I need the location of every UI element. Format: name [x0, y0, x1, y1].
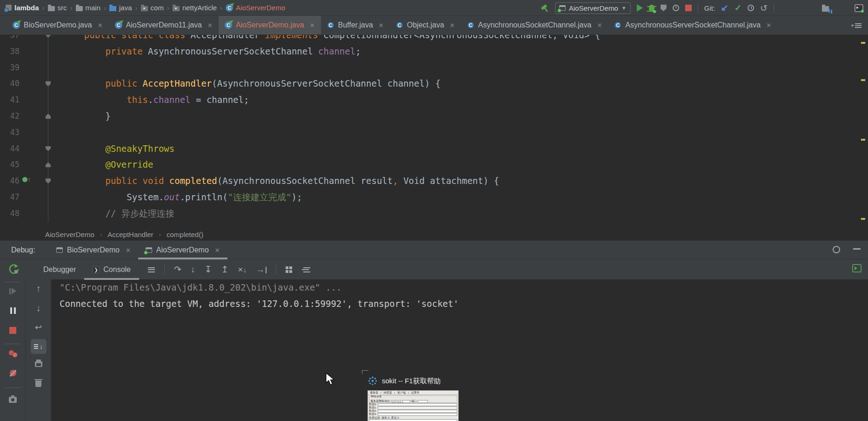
gear-icon[interactable] [833, 246, 840, 253]
view-tab-console[interactable]: ❯Console [84, 259, 139, 280]
fold-close-icon[interactable] [46, 114, 51, 119]
print-button[interactable] [26, 360, 51, 367]
step-into-icon[interactable]: ↓ [191, 265, 195, 274]
override-method-icon[interactable]: ↑ [22, 177, 31, 182]
warning-stripe-mark[interactable] [861, 139, 865, 141]
debug-button[interactable] [649, 5, 654, 12]
sokit-data-input[interactable] [378, 403, 457, 406]
close-tab-icon[interactable]: ✕ [207, 22, 213, 29]
run-to-cursor-icon[interactable]: → [256, 265, 267, 274]
line-number[interactable]: 46 [0, 173, 20, 189]
view-tab-debugger[interactable]: Debugger [35, 259, 84, 280]
close-session-icon[interactable]: ✕ [126, 247, 131, 254]
stop-button[interactable] [685, 5, 692, 11]
evaluate-expression-icon[interactable] [286, 266, 292, 273]
line-number[interactable]: 37 [0, 35, 20, 43]
warning-stripe-mark[interactable] [861, 79, 865, 81]
minimize-icon[interactable] [853, 248, 861, 250]
editor-breadcrumb-item[interactable]: completed() [167, 231, 203, 238]
fold-close-icon[interactable] [46, 162, 51, 167]
breadcrumb-item-java[interactable]: java [108, 4, 133, 12]
close-tab-icon[interactable]: ✕ [98, 22, 103, 29]
fold-open-icon[interactable] [46, 81, 51, 86]
trace-settings-icon[interactable] [303, 267, 310, 272]
project-changes-icon[interactable] [822, 6, 829, 12]
breadcrumb-item-src[interactable]: src [47, 4, 68, 12]
sokit-address-input[interactable]: 127.0.0.1 [391, 400, 410, 403]
sokit-tab-3[interactable]: 记事本 [411, 391, 420, 395]
step-over-icon[interactable]: ↷ [174, 265, 181, 274]
thread-dump-camera-icon[interactable] [0, 397, 26, 403]
editor-tab-AsynchronousServerSocketChannel.java[interactable]: CAsynchronousServerSocketChannel.java✕ [608, 16, 777, 34]
editor-breadcrumb-item[interactable]: AcceptHandler [107, 231, 153, 238]
build-hammer-icon[interactable] [541, 3, 550, 13]
clear-all-button[interactable] [26, 379, 51, 387]
warning-stripe-mark[interactable] [861, 42, 865, 44]
history-icon[interactable] [748, 5, 754, 11]
close-tab-icon[interactable]: ✕ [766, 22, 771, 29]
sokit-tab-1[interactable]: 转发器 [383, 391, 393, 395]
layout-menu-icon[interactable] [148, 267, 155, 272]
close-tab-icon[interactable]: ✕ [597, 22, 602, 29]
fold-open-icon[interactable] [46, 146, 51, 151]
line-number[interactable]: 48 [0, 205, 20, 222]
editor-tab-Buffer.java[interactable]: CBuffer.java✕ [321, 16, 390, 34]
scroll-to-end-button[interactable]: ↓ [26, 339, 51, 354]
up-stack-trace-button[interactable]: ↑ [26, 283, 51, 294]
fold-open-icon[interactable] [46, 35, 51, 38]
sokit-thumbnail-popup[interactable]: sokit -- F1获取帮助 服务器|转发器|客户端|记事本 网络设置 服务器… [365, 373, 462, 421]
line-number[interactable]: 39 [0, 60, 20, 76]
editor-tab-AsynchronousSocketChannel.java[interactable]: CAsynchronousSocketChannel.java✕ [461, 16, 608, 34]
debug-session-tab-BioServerDemo[interactable]: BioServerDemo✕ [49, 241, 138, 259]
editor-tab-AioServerDemo.java[interactable]: CAioServerDemo.java✕ [219, 16, 321, 34]
close-session-icon[interactable]: ✕ [215, 247, 220, 254]
pause-button[interactable] [0, 307, 26, 314]
breadcrumb-item-main[interactable]: main [75, 4, 102, 12]
line-number[interactable]: 44 [0, 141, 20, 157]
sokit-window-preview[interactable]: 服务器|转发器|客户端|记事本 网络设置 服务器网络地址 127.0.0.1 端… [367, 390, 459, 421]
terminal-icon[interactable] [855, 4, 863, 12]
console-settings-icon[interactable] [852, 264, 861, 272]
warning-stripe-mark[interactable] [861, 218, 865, 220]
close-tab-icon[interactable]: ✕ [450, 22, 455, 29]
breadcrumb-item-com[interactable]: com [140, 4, 165, 12]
hidden-tabs-icon[interactable]: ▾ [851, 16, 861, 35]
run-configuration-select[interactable]: AioServerDemo ▼ [555, 2, 631, 14]
git-commit-icon[interactable]: ✓ [734, 3, 741, 13]
code-editor[interactable]: 37 public static class AcceptHandler imp… [0, 35, 868, 228]
mute-breakpoints-button[interactable] [0, 370, 26, 376]
drop-frame-icon[interactable]: ×↓ [238, 265, 247, 275]
git-update-icon[interactable]: ↙ [721, 5, 728, 11]
editor-tab-Object.java[interactable]: CObject.java✕ [390, 16, 461, 34]
line-number[interactable]: 43 [0, 124, 20, 141]
rollback-icon[interactable]: ↺ [760, 3, 768, 14]
sokit-data-input[interactable] [378, 407, 457, 409]
profiler-button[interactable] [673, 5, 679, 11]
breadcrumb-item-AioServerDemo[interactable]: CAioServerDemo [225, 4, 286, 12]
fold-open-icon[interactable] [46, 178, 51, 183]
line-number[interactable]: 42 [0, 108, 20, 124]
line-number[interactable]: 38 [0, 43, 20, 60]
editor-tab-BioServerDemo.java[interactable]: CBioServerDemo.java✕ [7, 16, 109, 34]
resume-button[interactable] [0, 288, 26, 294]
line-number[interactable]: 40 [0, 75, 20, 92]
line-number[interactable]: 47 [0, 189, 20, 205]
run-button[interactable] [637, 4, 643, 12]
breadcrumb-item-nettyArticle[interactable]: nettyArticle [172, 4, 218, 12]
rerun-button[interactable] [8, 263, 20, 277]
close-tab-icon[interactable]: ✕ [310, 22, 315, 29]
sokit-tab-2[interactable]: 客户端 [397, 391, 406, 395]
soft-wrap-button[interactable]: ↩ [26, 322, 51, 333]
breadcrumb-item-lambda[interactable]: lambda [5, 4, 40, 12]
stop-debug-button[interactable] [0, 327, 26, 334]
view-breakpoints-button[interactable] [0, 350, 26, 357]
run-with-coverage-button[interactable] [661, 5, 667, 11]
line-number[interactable]: 41 [0, 92, 20, 108]
close-tab-icon[interactable]: ✕ [379, 22, 384, 29]
force-step-into-icon[interactable]: ↧ [204, 265, 212, 274]
down-stack-trace-button[interactable]: ↓ [26, 303, 51, 313]
sokit-data-input[interactable] [378, 410, 457, 413]
editor-breadcrumb-item[interactable]: AioServerDemo [45, 231, 94, 238]
step-out-icon[interactable]: ↥ [221, 265, 228, 274]
sokit-data-input[interactable] [378, 413, 457, 416]
